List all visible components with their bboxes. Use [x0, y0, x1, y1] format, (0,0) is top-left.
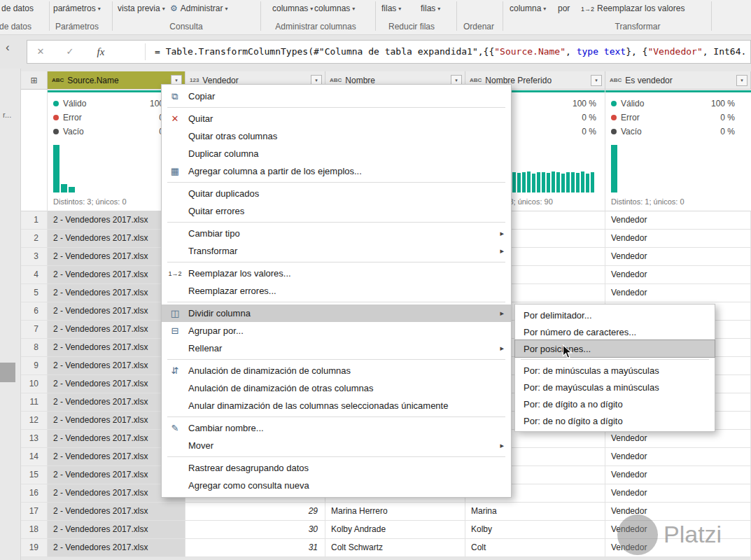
cell-es-vendedor[interactable]: Vendedor: [605, 466, 751, 484]
filter-dropdown-icon[interactable]: ▾: [736, 75, 748, 86]
menu-item[interactable]: Mover▸: [162, 437, 511, 454]
cell-vendedor[interactable]: 31: [185, 539, 325, 557]
row-number[interactable]: 3: [21, 248, 48, 266]
menu-item[interactable]: Anulación de dinamización de otras colum…: [162, 379, 511, 397]
cell-source-name[interactable]: 2 - Vendedores 2017.xlsx: [48, 521, 185, 539]
histogram-bar: [611, 145, 617, 192]
histogram-bar: [552, 172, 555, 192]
formula-commit-button[interactable]: ✓: [61, 41, 79, 63]
cell-es-vendedor[interactable]: Vendedor: [605, 521, 751, 539]
menu-separator: [167, 456, 505, 457]
row-number[interactable]: 2: [21, 230, 48, 248]
ribbon-button-manage-parameters[interactable]: parámetros▾: [53, 0, 101, 17]
ribbon-group-label: Administrar columnas: [275, 22, 356, 31]
menu-item-label: Por: de dígito a no dígito: [524, 399, 708, 410]
row-number[interactable]: 11: [21, 393, 48, 412]
menu-item[interactable]: Duplicar columna: [162, 145, 511, 162]
row-number[interactable]: 15: [21, 466, 48, 484]
row-number[interactable]: 18: [21, 521, 48, 539]
cell-es-vendedor[interactable]: Vendedor: [605, 248, 751, 266]
ribbon-button-split-column[interactable]: columna▾: [510, 0, 546, 17]
formula-input[interactable]: = Table.TransformColumnTypes(#"Columna d…: [155, 41, 748, 63]
collapse-queries-pane-button[interactable]: ‹: [6, 41, 10, 55]
cell-es-vendedor[interactable]: Vendedor: [605, 266, 751, 284]
menu-item[interactable]: Rastrear desagrupando datos: [162, 459, 511, 477]
menu-item[interactable]: ✎Cambiar nombre...: [162, 419, 511, 437]
menu-item[interactable]: Por: de dígito a no dígito: [515, 396, 715, 412]
ribbon-button-replace-values[interactable]: 1→2Reemplazar los valores: [581, 0, 685, 17]
menu-item[interactable]: Cambiar tipo▸: [162, 225, 511, 242]
menu-item[interactable]: Por: de no dígito a dígito: [515, 412, 715, 429]
row-number[interactable]: 4: [21, 266, 48, 284]
cell-es-vendedor[interactable]: Vendedor: [605, 284, 751, 302]
ribbon-button-choose-columns[interactable]: columnas▾: [272, 0, 313, 17]
menu-item-label: Por: de mayúsculas a minúsculas: [524, 382, 708, 393]
cell-nombre-preferido[interactable]: Kolby: [465, 521, 605, 539]
cell-nombre[interactable]: Marina Herrero: [325, 503, 465, 521]
cell-nombre-preferido[interactable]: Marina: [465, 503, 605, 521]
cell-nombre-preferido[interactable]: Colt: [465, 539, 605, 557]
filter-dropdown-icon[interactable]: ▾: [591, 75, 602, 86]
ribbon-button-remove-columns[interactable]: columnas▾: [314, 0, 355, 17]
cell-es-vendedor[interactable]: Vendedor: [605, 503, 751, 521]
ribbon-button-keep-rows[interactable]: filas▾: [381, 0, 401, 17]
menu-item[interactable]: Reemplazar errores...: [162, 282, 511, 300]
cell-vendedor[interactable]: 29: [185, 503, 325, 521]
cell-nombre[interactable]: Kolby Andrade: [325, 521, 465, 539]
table-corner-button[interactable]: ⊞: [21, 71, 48, 90]
menu-item[interactable]: Por: de mayúsculas a minúsculas: [515, 379, 715, 396]
row-number[interactable]: 12: [21, 412, 48, 430]
menu-item[interactable]: ✕Quitar: [162, 110, 511, 127]
menu-item[interactable]: Por delimitador...: [515, 307, 715, 323]
row-number[interactable]: 9: [21, 357, 48, 375]
menu-item[interactable]: Quitar duplicados: [162, 185, 511, 202]
row-number[interactable]: 19: [21, 539, 48, 557]
menu-item[interactable]: Agregar como consulta nueva: [162, 477, 511, 494]
histogram-bar: [556, 172, 560, 192]
row-number[interactable]: 17: [21, 503, 48, 521]
row-number[interactable]: 7: [21, 321, 48, 339]
cell-es-vendedor[interactable]: Vendedor: [605, 484, 751, 503]
menu-item[interactable]: Rellenar▸: [162, 340, 511, 357]
row-number[interactable]: 1: [21, 211, 48, 230]
menu-item[interactable]: Quitar errores: [162, 202, 511, 220]
row-number[interactable]: 5: [21, 284, 48, 302]
ribbon-button-refresh-preview[interactable]: vista previa▾: [118, 0, 165, 17]
menu-item[interactable]: ▦Agregar columna a partir de los ejemplo…: [162, 162, 511, 180]
cell-es-vendedor[interactable]: Vendedor: [605, 430, 751, 448]
formula-token: type text: [577, 46, 626, 57]
ribbon-button-manage[interactable]: ⚙Administrar▾: [170, 0, 227, 17]
row-number[interactable]: 6: [21, 302, 48, 321]
column-header-es-vendedor[interactable]: ABC Es vendedor ▾: [605, 71, 751, 90]
menu-item[interactable]: Por: de minúsculas a mayúsculas: [515, 362, 715, 379]
cell-vendedor[interactable]: 30: [185, 521, 325, 539]
row-number[interactable]: 14: [21, 448, 48, 466]
menu-item[interactable]: Por número de caracteres...: [515, 323, 715, 340]
row-number[interactable]: 10: [21, 375, 48, 393]
table-row: 192 - Vendedores 2017.xlsx31Colt Schwart…: [21, 539, 751, 557]
ribbon-button-group-by[interactable]: por: [558, 0, 570, 17]
menu-item[interactable]: ⇵Anulación de dinamización de columnas: [162, 362, 511, 379]
menu-item[interactable]: Transformar▸: [162, 242, 511, 260]
ribbon-button-remove-rows[interactable]: filas▾: [421, 0, 440, 17]
menu-item[interactable]: Por posiciones...: [515, 340, 715, 357]
menu-item[interactable]: 1→2Reemplazar los valores...: [162, 265, 511, 282]
menu-item[interactable]: ⧉Copiar: [162, 88, 511, 105]
formula-cancel-button[interactable]: ✕: [31, 41, 50, 63]
menu-item[interactable]: ◫Dividir columna▸: [162, 304, 511, 322]
cell-es-vendedor[interactable]: Vendedor: [605, 211, 751, 230]
cell-es-vendedor[interactable]: Vendedor: [605, 230, 751, 248]
menu-item[interactable]: ⊟Agrupar por...: [162, 322, 511, 340]
menu-item[interactable]: Anular dinamización de las columnas sele…: [162, 397, 511, 414]
chevron-right-icon: ▸: [500, 229, 504, 238]
cell-nombre[interactable]: Colt Schwartz: [325, 539, 465, 557]
cell-source-name[interactable]: 2 - Vendedores 2017.xlsx: [48, 539, 185, 557]
cell-es-vendedor[interactable]: Vendedor: [605, 539, 751, 557]
row-number[interactable]: 13: [21, 430, 48, 448]
ribbon-button-data-source-settings[interactable]: de datos: [1, 0, 34, 17]
row-number[interactable]: 8: [21, 339, 48, 357]
cell-es-vendedor[interactable]: Vendedor: [605, 448, 751, 466]
cell-source-name[interactable]: 2 - Vendedores 2017.xlsx: [48, 503, 185, 521]
menu-item[interactable]: Quitar otras columnas: [162, 127, 511, 145]
row-number[interactable]: 16: [21, 484, 48, 503]
